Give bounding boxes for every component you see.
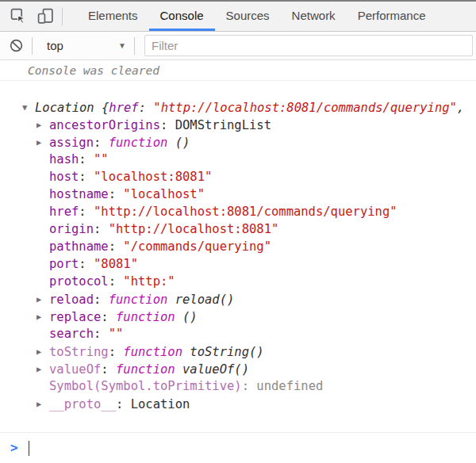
expand-icon[interactable]: ▶ [36,116,49,133]
expand-icon[interactable]: ▶ [36,133,49,151]
tree-row-hostname: hostname: "localhost" [0,186,476,203]
token-plain: : [109,187,124,201]
token-plain: : [160,118,175,132]
tree-row-pathname: pathname: "/commands/querying" [0,238,476,255]
token-plain: Location [131,397,190,411]
inspect-cursor-icon [10,8,27,25]
tree-row-replace[interactable]: ▶replace: function () [0,308,476,325]
token-plain: Location { [35,101,109,115]
object-tree: ▼Location {href: "http://localhost:8081/… [0,81,476,432]
tree-row-location-header[interactable]: ▼Location {href: "http://localhost:8081/… [0,98,476,116]
token-fnbody: () [167,136,190,150]
token-prop: href [109,101,138,115]
tree-row-assign[interactable]: ▶assign: function () [0,133,476,151]
token-prop: origin [49,222,94,236]
tab-performance[interactable]: Performance [347,2,437,31]
token-plain: : [79,170,94,184]
expand-icon[interactable]: ▶ [36,290,49,308]
token-plain: : [109,239,124,254]
token-plain: : [94,293,109,307]
expand-icon[interactable]: ▶ [36,360,49,377]
token-prop: replace [49,310,101,324]
token-string: "/commands/querying" [123,239,271,254]
token-plain: : [79,257,94,271]
token-muted: undefined [256,379,323,393]
toggle-device-toolbar-button[interactable] [32,2,59,31]
token-prop: hostname [49,187,109,201]
token-dimprop: Symbol(Symbol.toPrimitive) [49,379,242,393]
tree-row-reload[interactable]: ▶reload: function reload() [0,290,476,308]
token-string: "" [109,327,124,341]
context-selector-value: top [47,39,63,52]
tabbar-separator [62,8,63,25]
token-prop: hash [49,152,79,166]
token-string: "http:" [123,274,175,289]
console-prompt[interactable]: > [0,432,476,463]
chevron-down-icon: ▼ [118,41,126,50]
token-fnkw: function [123,345,182,359]
console-prompt-icon: > [0,439,18,457]
token-dimprop: __proto__ [49,397,116,411]
expand-icon[interactable]: ▶ [36,308,49,325]
token-plain: DOMStringList [175,118,271,132]
token-prop: port [49,257,79,271]
token-fnkw: function [109,136,168,150]
token-plain: , [457,101,464,115]
token-plain: : [109,345,124,359]
expand-icon[interactable]: ▶ [36,342,49,360]
token-string: "localhost:8081" [94,170,212,184]
token-plain: : [94,327,109,341]
console-toolbar: top ▼ [0,32,476,60]
token-fnkw: function [109,293,168,307]
toolbar-separator-2 [134,37,135,55]
token-plain: : [79,205,94,219]
token-prop: reload [49,293,94,307]
console-filter-input[interactable] [144,35,473,56]
token-prop: protocol [49,274,109,289]
token-string: "http://localhost:8081" [109,222,279,236]
token-fnbody: valueOf() [175,362,249,377]
token-prop: pathname [49,239,109,254]
text-caret [29,441,30,456]
expand-icon[interactable]: ▶ [36,395,49,412]
tab-strip: ElementsConsoleSourcesNetworkPerformance [77,2,437,31]
tab-elements[interactable]: Elements [77,2,149,31]
token-prop: assign [49,136,94,150]
token-fnbody: toString() [182,345,264,359]
token-plain: : [94,222,109,236]
clear-console-icon [9,38,24,53]
tree-row-toString[interactable]: ▶toString: function toString() [0,342,476,360]
tab-network[interactable]: Network [281,2,347,31]
token-plain: : [116,397,131,411]
tree-row-valueOf[interactable]: ▶valueOf: function valueOf() [0,360,476,377]
tree-row-port: port: "8081" [0,255,476,273]
inspect-element-button[interactable] [5,2,32,31]
tab-sources[interactable]: Sources [215,2,281,31]
token-fnkw: function [116,310,175,324]
tree-row-symbol-toPrimitive: Symbol(Symbol.toPrimitive): undefined [0,377,476,395]
tree-row-origin: origin: "http://localhost:8081" [0,220,476,238]
execution-context-selector[interactable]: top ▼ [42,39,131,52]
tree-row-proto[interactable]: ▶__proto__: Location [0,395,476,412]
device-toolbar-icon [37,8,54,25]
token-string: "localhost" [123,187,205,201]
clear-console-button[interactable] [3,38,29,53]
devtools-tab-bar: ElementsConsoleSourcesNetworkPerformance [0,0,476,32]
token-plain: : [101,310,116,324]
token-prop: ancestorOrigins [49,118,160,132]
token-dimprop: toString [49,345,109,359]
console-cleared-message: Console was cleared [28,64,159,77]
tree-row-protocol: protocol: "http:" [0,273,476,290]
token-prop: host [49,170,79,184]
tree-row-ancestorOrigins[interactable]: ▶ancestorOrigins: DOMStringList [0,116,476,133]
tree-row-href: href: "http://localhost:8081/commands/qu… [0,203,476,220]
token-fnkw: function [116,362,175,377]
tab-console[interactable]: Console [149,2,215,31]
token-plain: : [109,274,124,289]
token-plain: : [101,362,116,377]
token-string: "" [94,152,109,166]
token-string: "http://localhost:8081/commands/querying… [153,101,457,115]
tree-row-host: host: "localhost:8081" [0,168,476,186]
collapse-icon[interactable]: ▼ [22,98,35,116]
tree-row-hash: hash: "" [0,151,476,168]
